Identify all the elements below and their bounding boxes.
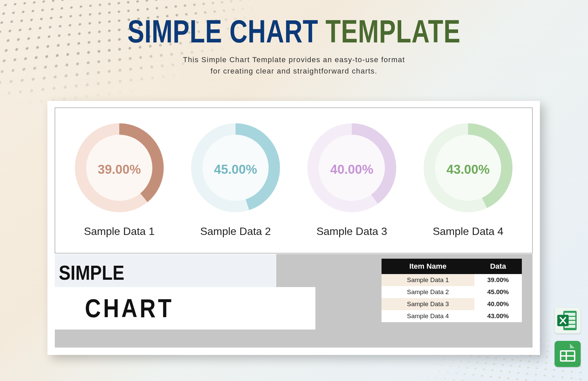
- data-table-header-data: Data: [474, 259, 522, 274]
- bottom-band: SIMPLE CHART Item Name Data Sample Data …: [55, 254, 533, 348]
- table-cell-name: Sample Data 3: [382, 298, 474, 310]
- label-box: SIMPLE CHART: [55, 254, 315, 348]
- app-icons: [555, 307, 581, 367]
- data-table: Item Name Data Sample Data 1 39.00% Samp…: [382, 259, 522, 322]
- table-cell-name: Sample Data 2: [382, 286, 474, 298]
- table-row: Sample Data 2 45.00%: [382, 286, 522, 298]
- google-sheets-icon: [555, 341, 581, 367]
- template-card: 39.00% Sample Data 1 45.00% Sample Data …: [47, 101, 540, 355]
- table-row: Sample Data 3 40.00%: [382, 298, 522, 310]
- table-row: Sample Data 1 39.00%: [382, 274, 522, 286]
- gauge-2-svg: 45.00%: [185, 118, 286, 218]
- gauge-3: 40.00% Sample Data 3: [297, 118, 407, 253]
- gauge-4-label: Sample Data 4: [413, 225, 523, 238]
- table-cell-data: 43.00%: [474, 310, 522, 322]
- title-part-2: TEMPLATE: [325, 13, 460, 49]
- page-subtitle: This Simple Chart Template provides an e…: [0, 54, 588, 77]
- label-chart: CHART: [85, 293, 281, 324]
- title-block: SIMPLE CHART TEMPLATE This Simple Chart …: [0, 0, 588, 77]
- gauge-3-value: 40.00%: [330, 162, 374, 176]
- gauge-1-label: Sample Data 1: [64, 225, 174, 238]
- gauge-3-label: Sample Data 3: [297, 225, 407, 238]
- gauge-1-svg: 39.00%: [69, 118, 169, 218]
- label-simple: SIMPLE: [55, 254, 276, 287]
- page-title: SIMPLE CHART TEMPLATE: [65, 15, 524, 47]
- table-cell-data: 45.00%: [474, 286, 522, 298]
- gauge-4-svg: 43.00%: [418, 118, 518, 218]
- gauge-1-value: 39.00%: [98, 162, 141, 176]
- gauge-3-svg: 40.00%: [302, 118, 402, 218]
- gauges-row: 39.00% Sample Data 1 45.00% Sample Data …: [55, 108, 533, 253]
- table-cell-name: Sample Data 1: [382, 274, 474, 286]
- table-row: Sample Data 4 43.00%: [382, 310, 522, 322]
- excel-icon: [555, 307, 581, 334]
- label-chart-wrap: CHART: [55, 287, 315, 330]
- label-rest: [55, 330, 315, 348]
- gauge-2-label: Sample Data 2: [180, 225, 291, 238]
- table-cell-name: Sample Data 4: [382, 310, 474, 322]
- gauge-2-value: 45.00%: [214, 162, 257, 176]
- data-table-header-item: Item Name: [382, 259, 474, 274]
- table-cell-data: 39.00%: [474, 274, 522, 286]
- gauge-1: 39.00% Sample Data 1: [64, 118, 174, 253]
- gauge-2: 45.00% Sample Data 2: [180, 118, 291, 253]
- subtitle-line-2: for creating clear and straightforward c…: [210, 67, 377, 75]
- title-part-1: SIMPLE CHART: [128, 13, 318, 49]
- gauge-4-value: 43.00%: [447, 162, 490, 176]
- gauge-4: 43.00% Sample Data 4: [413, 118, 523, 253]
- subtitle-line-1: This Simple Chart Template provides an e…: [183, 55, 405, 64]
- table-cell-data: 40.00%: [474, 298, 522, 310]
